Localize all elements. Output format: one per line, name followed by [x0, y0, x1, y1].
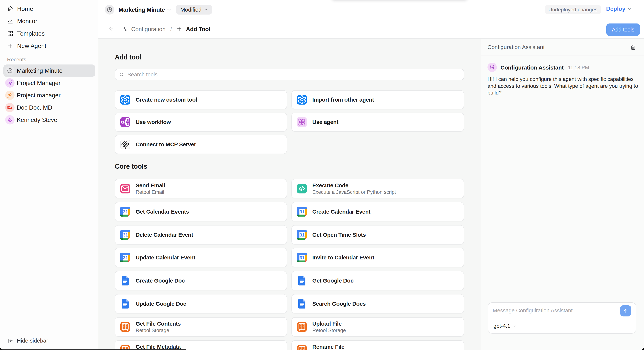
svg-text:31: 31 — [300, 232, 305, 238]
svg-text:31: 31 — [123, 232, 128, 238]
svg-text:31: 31 — [300, 255, 305, 260]
svg-text:31: 31 — [123, 255, 128, 260]
svg-text:31: 31 — [123, 209, 128, 214]
svg-text:31: 31 — [300, 209, 305, 214]
